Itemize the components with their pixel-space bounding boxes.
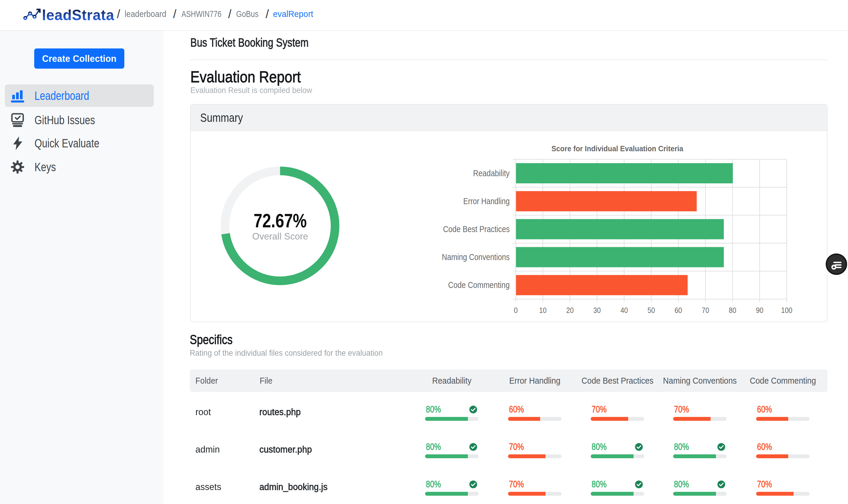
svg-text:0: 0 <box>514 306 518 315</box>
svg-text:30: 30 <box>593 306 601 315</box>
svg-text:60: 60 <box>675 306 682 315</box>
svg-text:80: 80 <box>729 306 736 315</box>
svg-text:20: 20 <box>566 306 574 315</box>
svg-text:40: 40 <box>621 306 628 315</box>
svg-text:Score for Individual Evaluatio: Score for Individual Evaluation Criteria <box>551 144 683 153</box>
svg-text:Naming Conventions: Naming Conventions <box>442 252 510 262</box>
svg-text:50: 50 <box>647 306 655 315</box>
svg-text:90: 90 <box>756 306 763 315</box>
svg-text:10: 10 <box>539 306 547 315</box>
svg-text:70: 70 <box>702 306 709 315</box>
svg-text:Code Commenting: Code Commenting <box>448 280 510 290</box>
svg-text:Readability: Readability <box>473 168 510 178</box>
svg-text:100: 100 <box>781 306 792 315</box>
svg-text:Error Handling: Error Handling <box>463 196 510 206</box>
svg-text:Code Best Practices: Code Best Practices <box>443 224 510 234</box>
